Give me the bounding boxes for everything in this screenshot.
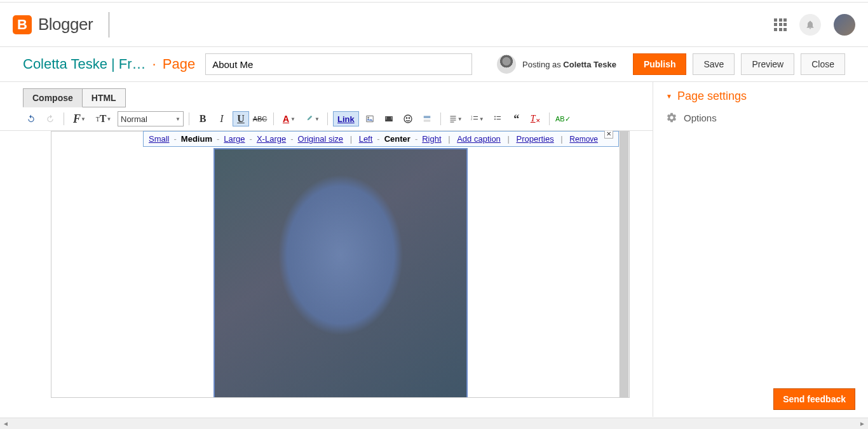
- text-color-icon[interactable]: A▼: [279, 111, 299, 126]
- size-original[interactable]: Original size: [298, 134, 344, 144]
- page-subheader: Coletta Teske | Fr… · Page Posting as Co…: [0, 47, 868, 82]
- align-left[interactable]: Left: [359, 134, 373, 144]
- posting-avatar-icon: [497, 55, 516, 74]
- size-medium[interactable]: Medium: [181, 134, 212, 144]
- size-small[interactable]: Small: [149, 134, 170, 144]
- emoji-icon[interactable]: [400, 111, 416, 126]
- remove-format-icon[interactable]: T✕: [527, 111, 544, 126]
- tab-compose[interactable]: Compose: [23, 88, 83, 107]
- add-caption-link[interactable]: Add caption: [457, 134, 501, 144]
- svg-point-7: [404, 115, 412, 123]
- remove-link[interactable]: Remove: [569, 135, 598, 144]
- font-size-icon[interactable]: TT▼: [92, 111, 115, 126]
- scroll-right-icon[interactable]: ►: [857, 420, 868, 427]
- scroll-left-icon[interactable]: ◄: [0, 420, 11, 427]
- image-icon[interactable]: [362, 111, 378, 126]
- highlight-icon[interactable]: ▼: [302, 111, 322, 126]
- properties-link[interactable]: Properties: [516, 134, 553, 144]
- svg-rect-10: [423, 116, 430, 118]
- svg-rect-4: [386, 118, 386, 119]
- preview-button[interactable]: Preview: [741, 53, 794, 75]
- blog-title-link[interactable]: Coletta Teske | Fr…: [23, 56, 146, 72]
- svg-text:2: 2: [471, 118, 473, 121]
- svg-point-20: [494, 116, 496, 118]
- align-icon[interactable]: ▼: [446, 111, 465, 126]
- options-row[interactable]: Options: [666, 112, 855, 123]
- svg-rect-3: [386, 117, 386, 118]
- quote-icon[interactable]: “: [508, 111, 525, 126]
- format-select[interactable]: Normal▼: [118, 111, 184, 126]
- editor-tabs: Compose HTML: [0, 82, 653, 107]
- link-button[interactable]: Link: [333, 111, 359, 126]
- page-title-input[interactable]: [205, 53, 472, 75]
- bold-icon[interactable]: B: [194, 111, 211, 126]
- gear-icon: [666, 112, 677, 123]
- inserted-image[interactable]: [214, 148, 468, 398]
- svg-point-22: [494, 119, 496, 120]
- bullet-list-icon[interactable]: [489, 111, 506, 126]
- scrollbar-vertical[interactable]: [619, 132, 629, 397]
- publish-button[interactable]: Publish: [633, 53, 687, 75]
- svg-rect-6: [391, 118, 391, 119]
- notifications-icon[interactable]: [799, 14, 821, 36]
- align-center[interactable]: Center: [384, 134, 410, 144]
- editor-canvas[interactable]: [51, 131, 630, 398]
- scrollbar-horizontal[interactable]: ◄ ►: [0, 418, 868, 429]
- italic-icon[interactable]: I: [214, 111, 230, 126]
- numbered-list-icon[interactable]: 12▼: [468, 111, 487, 126]
- svg-point-9: [409, 118, 409, 118]
- close-icon[interactable]: ✕: [604, 131, 613, 139]
- redo-icon[interactable]: [42, 111, 58, 126]
- close-button[interactable]: Close: [801, 53, 845, 75]
- size-large[interactable]: Large: [224, 134, 245, 144]
- svg-rect-5: [391, 117, 391, 118]
- app-name: Blogger: [38, 15, 93, 34]
- jump-break-icon[interactable]: [419, 111, 435, 126]
- blogger-logo-icon: B: [13, 15, 32, 34]
- apps-icon[interactable]: [774, 18, 787, 31]
- user-avatar[interactable]: [834, 14, 855, 36]
- size-xlarge[interactable]: X-Large: [257, 134, 286, 144]
- svg-point-8: [406, 118, 407, 118]
- send-feedback-button[interactable]: Send feedback: [773, 388, 855, 410]
- video-icon[interactable]: [381, 111, 397, 126]
- svg-point-1: [368, 117, 369, 118]
- undo-icon[interactable]: [23, 111, 39, 126]
- image-options-toolbar: Small- Medium- Large- X-Large- Original …: [143, 131, 619, 147]
- svg-rect-11: [423, 119, 430, 122]
- section-label: Page: [163, 56, 195, 72]
- align-right[interactable]: Right: [422, 134, 441, 144]
- page-settings-toggle[interactable]: ▼Page settings: [666, 90, 855, 103]
- settings-sidebar: ▼Page settings Options: [653, 82, 868, 417]
- font-family-icon[interactable]: F▼: [69, 111, 90, 126]
- save-button[interactable]: Save: [693, 53, 735, 75]
- editor-toolbar: F▼ TT▼ Normal▼ B I U ABC A▼ ▼ Link ▼ 12▼…: [0, 107, 653, 131]
- app-header: B Blogger: [0, 3, 868, 47]
- strikethrough-icon[interactable]: ABC: [252, 111, 268, 126]
- underline-icon[interactable]: U: [233, 111, 249, 126]
- tab-html[interactable]: HTML: [83, 88, 126, 107]
- spellcheck-icon[interactable]: AB✓: [555, 111, 571, 126]
